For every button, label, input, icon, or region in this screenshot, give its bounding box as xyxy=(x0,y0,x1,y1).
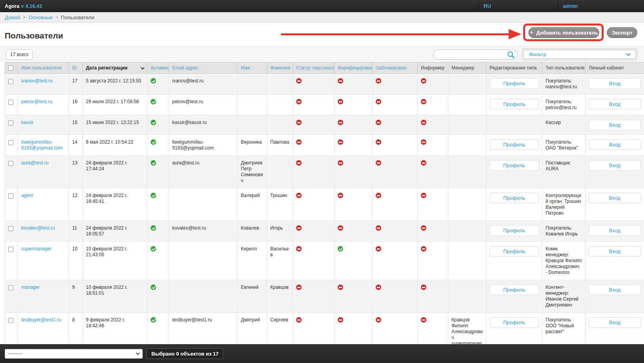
username-link[interactable]: testbuyer@test1.ru xyxy=(21,317,61,323)
entry-button[interactable]: Вход xyxy=(589,139,641,150)
profile-button[interactable]: Профиль xyxy=(489,99,539,109)
list-toolbar: 17 всего Фильтр xyxy=(0,46,644,62)
cell-username: agent xyxy=(18,188,69,221)
row-checkbox[interactable] xyxy=(8,140,13,145)
column-label-last_name[interactable]: Фамилия xyxy=(270,65,290,71)
entry-button[interactable]: Вход xyxy=(589,285,641,295)
add-user-button[interactable]: + Добавить пользователь xyxy=(528,27,599,38)
entry-button[interactable]: Вход xyxy=(589,120,641,130)
row-checkbox[interactable] xyxy=(8,100,13,105)
profile-button[interactable]: Профиль xyxy=(489,225,539,236)
entry-button[interactable]: Вход xyxy=(589,99,641,109)
breadcrumb-section[interactable]: Основные xyxy=(29,15,53,20)
cell-user_type: Контролирующий орган: Трошин Валерий Пет… xyxy=(542,188,586,221)
profile-button[interactable]: Профиль xyxy=(489,193,539,203)
cell-username: kovalev@test.ru xyxy=(18,221,69,242)
deny-icon xyxy=(376,99,381,104)
cell-profile: Профиль xyxy=(486,242,542,280)
row-checkbox[interactable] xyxy=(8,247,13,252)
export-label: Экспорт xyxy=(612,30,633,36)
cell-last_name xyxy=(267,115,293,135)
cell-manager xyxy=(448,156,486,188)
row-checkbox[interactable] xyxy=(8,161,13,166)
cell-first_name xyxy=(238,115,267,135)
deny-icon xyxy=(376,139,381,145)
deny-icon xyxy=(376,160,381,166)
select-all-checkbox[interactable] xyxy=(8,66,13,71)
breadcrumb-home[interactable]: Домой xyxy=(5,15,20,20)
row-checkbox[interactable] xyxy=(8,285,13,290)
cell-blocked xyxy=(373,135,418,156)
row-checkbox[interactable] xyxy=(8,318,13,323)
search-input[interactable] xyxy=(433,49,518,60)
username-link[interactable]: tiweigummifau-5193@yopmail.com xyxy=(21,139,63,151)
username-link[interactable]: supermanager xyxy=(21,246,51,252)
column-label-staff[interactable]: Статус персонала xyxy=(296,65,335,71)
column-label-profile: Редактирование типа xyxy=(489,65,537,71)
entry-button[interactable]: Вход xyxy=(589,225,641,236)
cell-manager xyxy=(448,95,486,115)
language-selector[interactable]: RU xyxy=(478,0,558,12)
table-row: agent1224 февраля 2022 г. 16:45:41Валери… xyxy=(5,188,644,221)
profile-button[interactable]: Профиль xyxy=(489,317,539,328)
filter-dropdown[interactable]: Фильтр xyxy=(522,48,637,60)
column-label-verified[interactable]: Верифицирован xyxy=(338,65,373,71)
profile-button[interactable]: Профиль xyxy=(489,285,539,295)
check-icon xyxy=(151,317,156,323)
profile-button[interactable]: Профиль xyxy=(489,246,539,257)
profile-button[interactable]: Профиль xyxy=(489,160,539,171)
table-row: aura@test.ru1324 февраля 2022 г. 17:44:2… xyxy=(5,156,644,188)
username-link[interactable]: kovalev@test.ru xyxy=(21,225,55,231)
cell-checkbox xyxy=(5,188,18,221)
cell-verified xyxy=(335,242,373,280)
profile-button[interactable]: Профиль xyxy=(489,78,539,89)
cell-verified xyxy=(335,280,373,313)
cell-date: 6 мая 2022 г. 10:54:22 xyxy=(83,135,147,156)
cell-date: 15 июня 2022 г. 13:22:15 xyxy=(83,115,147,135)
deny-icon xyxy=(376,225,381,231)
username-link[interactable]: kassir xyxy=(21,120,33,125)
entry-button[interactable]: Вход xyxy=(589,193,641,203)
username-link[interactable]: ivanov@test.ru xyxy=(21,78,53,84)
deny-icon xyxy=(421,317,426,323)
column-label-date[interactable]: Дата регистрации xyxy=(86,65,127,71)
username-link[interactable]: manager xyxy=(21,285,40,290)
action-select[interactable]: --------- xyxy=(5,349,143,359)
cell-informer xyxy=(418,188,448,221)
total-count-button[interactable]: 17 всего xyxy=(6,49,33,60)
username-link[interactable]: petrov@test.ru xyxy=(21,99,52,104)
profile-button[interactable]: Профиль xyxy=(489,139,539,150)
cell-profile xyxy=(486,115,542,135)
cell-informer xyxy=(418,280,448,313)
row-checkbox[interactable] xyxy=(8,193,13,199)
username-link[interactable]: agent xyxy=(21,193,33,198)
row-checkbox[interactable] xyxy=(8,226,13,231)
entry-button[interactable]: Вход xyxy=(589,246,641,257)
entry-button[interactable]: Вход xyxy=(589,160,641,171)
username-link[interactable]: aura@test.ru xyxy=(21,160,49,166)
column-label-first_name[interactable]: Имя xyxy=(241,65,250,71)
deny-icon xyxy=(376,317,381,323)
column-label-id[interactable]: ID xyxy=(72,65,77,71)
column-label-username[interactable]: Имя пользователя xyxy=(21,65,62,71)
cell-email: ivanov@test.ru xyxy=(169,74,238,95)
cell-profile: Профиль xyxy=(486,188,542,221)
search-icon[interactable] xyxy=(507,51,515,60)
column-label-active[interactable]: Активен xyxy=(151,65,168,71)
column-label-email[interactable]: Email адрес xyxy=(172,65,198,71)
row-checkbox[interactable] xyxy=(8,79,13,84)
user-menu[interactable]: admin xyxy=(558,0,644,12)
check-icon xyxy=(151,99,156,104)
sort-desc-icon[interactable] xyxy=(141,66,145,70)
column-label-user_type: Тип пользователя xyxy=(546,65,584,71)
row-checkbox[interactable] xyxy=(8,120,13,126)
export-button[interactable]: Экспорт xyxy=(607,27,637,38)
entry-button[interactable]: Вход xyxy=(589,317,641,328)
entry-button[interactable]: Вход xyxy=(589,78,641,89)
column-label-blocked[interactable]: Заблокирован xyxy=(376,65,407,71)
breadcrumb-separator: > xyxy=(23,15,26,20)
cell-manager xyxy=(448,242,486,280)
cell-manager xyxy=(448,280,486,313)
column-header-user_type: Тип пользователя xyxy=(542,62,586,74)
action-select-value: --------- xyxy=(8,351,22,356)
